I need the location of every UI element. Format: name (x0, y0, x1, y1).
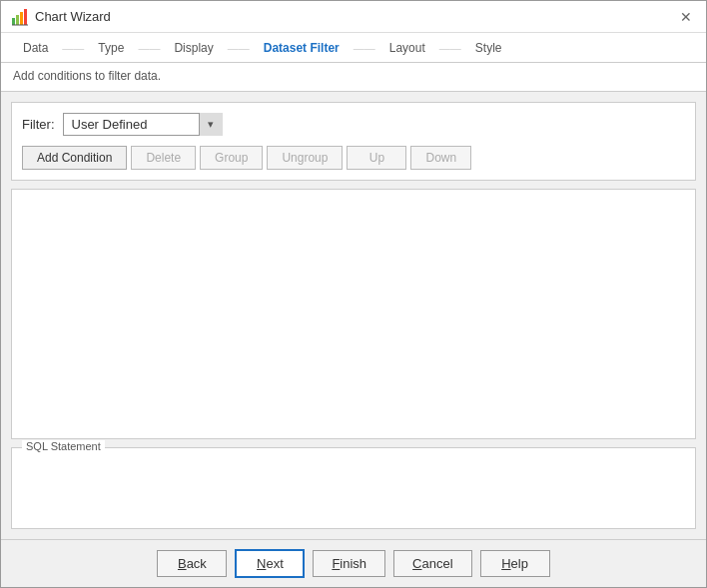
filter-select[interactable]: User Defined (63, 113, 223, 136)
svg-rect-3 (24, 9, 27, 25)
window-title: Chart Wizard (35, 9, 111, 24)
back-button[interactable]: Back (157, 550, 227, 577)
main-content: Filter: User Defined ▾ Add Condition Del… (1, 92, 706, 539)
separator-3: —— (228, 42, 250, 54)
sql-legend: SQL Statement (22, 440, 105, 452)
tab-dataset-filter[interactable]: Dataset Filter (252, 33, 352, 62)
separator-4: —— (354, 42, 375, 54)
chart-wizard-icon (11, 8, 29, 26)
add-condition-button[interactable]: Add Condition (22, 146, 127, 170)
filter-select-wrap: User Defined ▾ (63, 113, 223, 136)
toolbar: Add Condition Delete Group Ungroup Up Do… (22, 146, 685, 170)
separator-1: —— (62, 42, 84, 54)
group-button[interactable]: Group (200, 146, 263, 170)
next-button[interactable]: Next (235, 549, 305, 578)
finish-button[interactable]: Finish (313, 550, 385, 577)
svg-rect-2 (20, 12, 23, 25)
conditions-area (11, 189, 696, 439)
nav-tabs: Data —— Type —— Display —— Dataset Filte… (1, 33, 706, 63)
sql-content (20, 462, 687, 522)
separator-5: —— (439, 42, 461, 54)
tab-display[interactable]: Display (162, 33, 225, 62)
tab-type[interactable]: Type (86, 33, 136, 62)
svg-rect-0 (12, 18, 15, 25)
delete-button[interactable]: Delete (131, 146, 196, 170)
filter-row: Filter: User Defined ▾ (22, 113, 685, 136)
close-button[interactable]: ✕ (676, 7, 696, 27)
subtitle: Add conditions to filter data. (1, 63, 706, 92)
tab-style[interactable]: Style (463, 33, 514, 62)
help-button[interactable]: Help (480, 550, 550, 577)
down-button[interactable]: Down (410, 146, 471, 170)
chart-wizard-window: Chart Wizard ✕ Data —— Type —— Display —… (0, 0, 707, 588)
title-bar: Chart Wizard ✕ (1, 1, 706, 33)
ungroup-button[interactable]: Ungroup (267, 146, 343, 170)
footer: Back Next Finish Cancel Help (1, 539, 706, 587)
separator-2: —— (138, 42, 160, 54)
cancel-button[interactable]: Cancel (393, 550, 471, 577)
up-button[interactable]: Up (347, 146, 406, 170)
svg-rect-1 (16, 15, 19, 25)
filter-section: Filter: User Defined ▾ Add Condition Del… (11, 102, 696, 181)
tab-data[interactable]: Data (11, 33, 60, 62)
sql-section: SQL Statement (11, 447, 696, 529)
tab-layout[interactable]: Layout (377, 33, 437, 62)
filter-label: Filter: (22, 117, 55, 132)
